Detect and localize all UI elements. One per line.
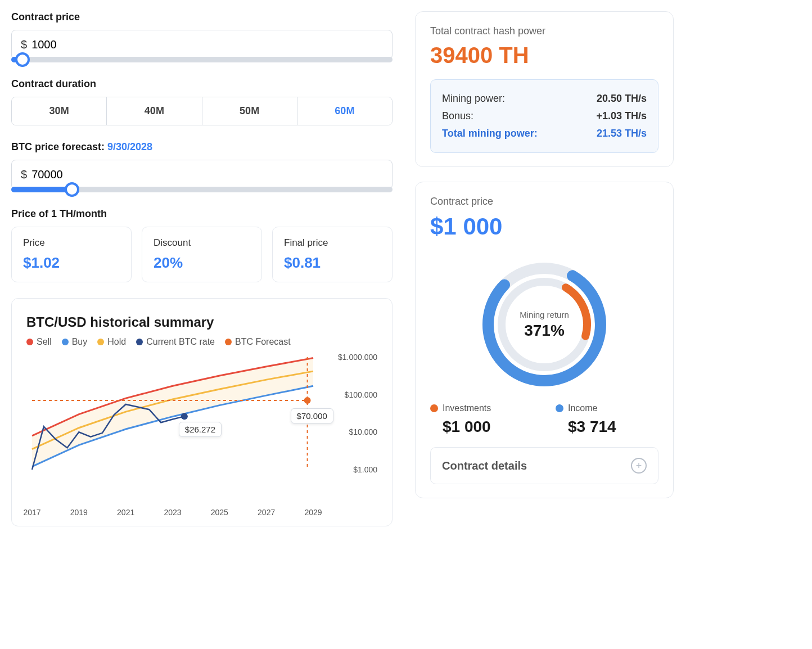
legend-dot-icon bbox=[97, 339, 104, 345]
chart-xtick: 2025 bbox=[211, 508, 228, 517]
hash-value: 39400 TH bbox=[430, 43, 658, 68]
price-card-value: $1.02 bbox=[23, 254, 120, 272]
duration-option-50m[interactable]: 50M bbox=[202, 97, 297, 125]
chart-ytick: $1.000 bbox=[353, 465, 377, 474]
donut-center-label: Mining return bbox=[520, 310, 569, 319]
donut-center: Mining return 371% bbox=[520, 310, 569, 340]
chart-title: BTC/USD historical summary bbox=[26, 314, 377, 330]
forecast-date[interactable]: 9/30/2028 bbox=[107, 141, 152, 152]
contract-price-label: Contract price bbox=[11, 11, 393, 23]
legend-dot-icon bbox=[62, 339, 69, 345]
legend-item: BTC Forecast bbox=[225, 337, 291, 347]
chart-xtick: 2027 bbox=[258, 508, 275, 517]
contract-panel: Contract price $1 000 Mining return 371% bbox=[415, 182, 674, 498]
contract-details-toggle[interactable]: Contract details + bbox=[430, 447, 658, 484]
mining-row: Bonus:+1.03 TH/s bbox=[442, 107, 647, 125]
chart-ytick: $10.000 bbox=[349, 427, 377, 436]
investments-label: Investments bbox=[443, 403, 491, 413]
legend-dot-icon bbox=[26, 339, 33, 345]
forecast-label: BTC price forecast: 9/30/2028 bbox=[11, 141, 393, 153]
investment-row: Investments $1 000 Income $3 714 bbox=[430, 403, 658, 436]
contract-panel-label: Contract price bbox=[430, 196, 658, 208]
contract-price-input[interactable] bbox=[31, 38, 383, 51]
chart-xtick: 2029 bbox=[304, 508, 322, 517]
duration-label: Contract duration bbox=[11, 78, 393, 90]
chart-svg bbox=[26, 357, 324, 498]
income-dot-icon bbox=[556, 404, 563, 412]
legend-item: Hold bbox=[97, 337, 126, 347]
investments-dot-icon bbox=[430, 404, 438, 412]
dollar-icon: $ bbox=[21, 38, 27, 51]
hash-panel: Total contract hash power 39400 TH Minin… bbox=[415, 11, 674, 167]
th-price-section: Price of 1 TH/month Price$1.02Discount20… bbox=[11, 208, 393, 282]
price-card-value: $0.81 bbox=[284, 254, 381, 272]
chart-ytick: $1.000.000 bbox=[338, 353, 377, 362]
legend-item: Current BTC rate bbox=[136, 337, 215, 347]
donut-center-value: 371% bbox=[520, 322, 569, 340]
th-price-label: Price of 1 TH/month bbox=[11, 208, 393, 220]
legend-item: Sell bbox=[26, 337, 52, 347]
hash-panel-label: Total contract hash power bbox=[430, 25, 658, 37]
contract-price-value: $1 000 bbox=[430, 213, 658, 240]
price-card-label: Final price bbox=[284, 237, 381, 249]
legend-dot-icon bbox=[136, 339, 143, 345]
duration-option-60m[interactable]: 60M bbox=[297, 97, 392, 125]
svg-point-2 bbox=[181, 413, 188, 420]
mining-box: Mining power:20.50 TH/sBonus:+1.03 TH/sT… bbox=[430, 79, 658, 153]
forecast-section: BTC price forecast: 9/30/2028 $ bbox=[11, 141, 393, 192]
contract-price-input-wrap[interactable]: $ bbox=[11, 30, 393, 60]
chart-ytick: $100.000 bbox=[345, 390, 377, 399]
slider-thumb[interactable] bbox=[15, 52, 30, 67]
duration-section: Contract duration 30M40M50M60M bbox=[11, 78, 393, 125]
income-value: $3 714 bbox=[556, 418, 658, 436]
price-card-value: 20% bbox=[154, 254, 250, 272]
mining-row: Mining power:20.50 TH/s bbox=[442, 90, 647, 107]
income-item: Income $3 714 bbox=[556, 403, 658, 436]
investments-item: Investments $1 000 bbox=[430, 403, 533, 436]
chart-xtick: 2017 bbox=[23, 508, 40, 517]
price-card: Discount20% bbox=[142, 227, 262, 282]
dollar-icon: $ bbox=[21, 168, 27, 181]
price-card-label: Price bbox=[23, 237, 120, 249]
plus-icon: + bbox=[631, 458, 647, 474]
legend-item: Buy bbox=[62, 337, 88, 347]
chart-legend: SellBuyHoldCurrent BTC rateBTC Forecast bbox=[26, 337, 377, 347]
duration-segmented: 30M40M50M60M bbox=[11, 97, 393, 125]
chart-body: $26.272 $70.000 $1.000.000$100.000$10.00… bbox=[26, 357, 377, 515]
forecast-slider[interactable] bbox=[11, 187, 393, 192]
donut-chart: Mining return 371% bbox=[430, 257, 658, 392]
chart-xtick: 2021 bbox=[117, 508, 134, 517]
chart-xtick: 2023 bbox=[164, 508, 181, 517]
chart-xtick: 2019 bbox=[70, 508, 88, 517]
price-card: Final price$0.81 bbox=[272, 227, 393, 282]
forecast-label-box: $70.000 bbox=[291, 408, 333, 423]
duration-option-30m[interactable]: 30M bbox=[12, 97, 107, 125]
price-card: Price$1.02 bbox=[11, 227, 132, 282]
price-card-label: Discount bbox=[154, 237, 250, 249]
slider-thumb[interactable] bbox=[65, 182, 79, 197]
duration-option-40m[interactable]: 40M bbox=[107, 97, 202, 125]
current-rate-label: $26.272 bbox=[179, 422, 222, 437]
investments-value: $1 000 bbox=[430, 418, 533, 436]
contract-price-slider[interactable] bbox=[11, 57, 393, 62]
forecast-input[interactable] bbox=[31, 168, 383, 181]
svg-point-3 bbox=[304, 397, 311, 404]
chart-card: BTC/USD historical summary SellBuyHoldCu… bbox=[11, 298, 393, 526]
contract-price-section: Contract price $ bbox=[11, 11, 393, 62]
contract-details-label: Contract details bbox=[442, 459, 527, 472]
legend-dot-icon bbox=[225, 339, 232, 345]
mining-row: Total mining power:21.53 TH/s bbox=[442, 125, 647, 142]
income-label: Income bbox=[568, 403, 597, 413]
